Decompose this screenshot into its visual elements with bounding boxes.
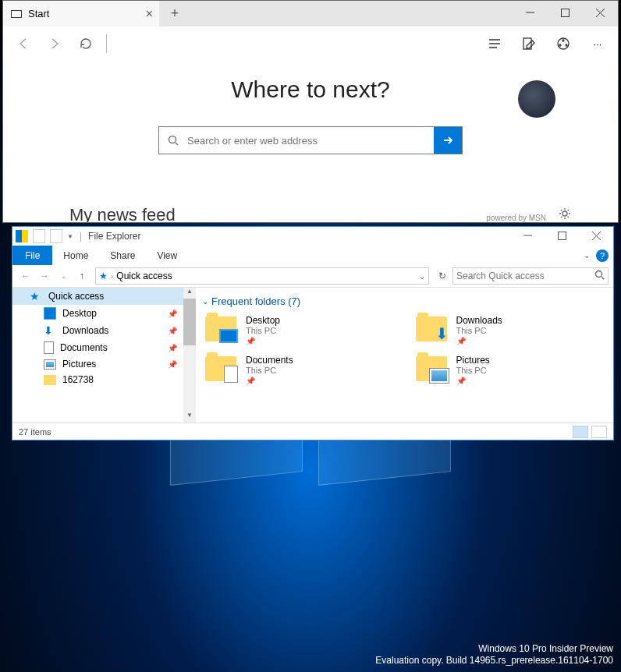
folder-name: Downloads: [456, 315, 502, 326]
folder-icon: [204, 315, 238, 343]
svg-rect-1: [562, 9, 570, 16]
breadcrumb-chevron-icon[interactable]: ›: [111, 272, 113, 281]
fe-maximize-button[interactable]: [545, 227, 579, 244]
folder-item-downloads[interactable]: ⬇ Downloads This PC 📌: [413, 313, 608, 347]
ribbon-view-tab[interactable]: View: [146, 250, 188, 261]
forward-button[interactable]: [41, 30, 69, 58]
nav-quick-access[interactable]: ★ Quick access: [12, 288, 196, 305]
fe-window-title: File Explorer: [88, 231, 140, 242]
watermark-line2: Evaluation copy. Build 14965.rs_prerelea…: [375, 655, 613, 667]
start-page-icon: [11, 10, 22, 18]
close-window-button[interactable]: [583, 1, 618, 24]
folder-item-desktop[interactable]: Desktop This PC 📌: [202, 313, 397, 347]
qat-properties-icon[interactable]: [33, 229, 45, 243]
folder-name: Pictures: [456, 355, 490, 366]
nav-scrollbar[interactable]: ▲ ▼: [183, 288, 196, 423]
title-separator: |: [80, 231, 82, 242]
fe-body: ★ Quick access Desktop 📌 ⬇ Downloads 📌 D…: [12, 287, 613, 423]
fe-system-icon[interactable]: [16, 230, 28, 242]
documents-icon: [44, 341, 54, 354]
section-title: Frequent folders (7): [211, 295, 300, 307]
frequent-folders-header[interactable]: ⌄ Frequent folders (7): [202, 295, 607, 307]
details-view-button[interactable]: [573, 426, 588, 438]
search-icon[interactable]: [594, 270, 605, 282]
nav-label: Quick access: [48, 291, 104, 302]
hub-button[interactable]: [481, 30, 509, 58]
search-go-button[interactable]: [434, 127, 462, 154]
pin-icon: 📌: [168, 327, 177, 335]
nav-label: Downloads: [62, 325, 108, 336]
content-pane: ⌄ Frequent folders (7) Desktop This PC 📌…: [196, 288, 613, 423]
file-explorer-window: ▼ | File Explorer File Home Share View ⌄…: [12, 226, 614, 440]
watermark-line1: Windows 10 Pro Insider Preview: [375, 643, 613, 656]
folder-item-pictures[interactable]: Pictures This PC 📌: [413, 353, 608, 387]
nav-pictures[interactable]: Pictures 📌: [12, 356, 196, 372]
nav-folder-162738[interactable]: 162738: [12, 372, 196, 387]
status-bar: 27 items: [12, 423, 613, 440]
fe-search-box: [452, 267, 609, 285]
nav-documents[interactable]: Documents 📌: [12, 339, 196, 356]
scroll-up-arrow-icon[interactable]: ▲: [183, 288, 196, 299]
fe-close-button[interactable]: [579, 227, 613, 244]
search-input[interactable]: [187, 127, 434, 154]
fe-ribbon: File Home Share View ⌄ ?: [12, 246, 613, 265]
fe-minimize-button[interactable]: [510, 227, 545, 244]
folder-location: This PC: [456, 366, 490, 375]
help-icon[interactable]: ?: [596, 249, 609, 262]
back-button[interactable]: [9, 30, 37, 58]
ribbon-collapse-icon[interactable]: ⌄: [584, 251, 590, 260]
maximize-button[interactable]: [548, 1, 583, 24]
addr-up-button[interactable]: ↑: [73, 267, 90, 285]
addr-refresh-button[interactable]: ↻: [434, 271, 451, 281]
minimize-button[interactable]: [513, 1, 548, 24]
edge-window: Start × + ··· Where to next? My news fee…: [2, 0, 619, 223]
fe-search-input[interactable]: [456, 271, 594, 281]
quick-access-star-icon: ★: [99, 271, 108, 281]
folder-item-documents[interactable]: Documents This PC 📌: [202, 353, 397, 387]
notes-button[interactable]: [515, 30, 543, 58]
powered-by-msn: powered by MSN: [486, 214, 546, 222]
address-text[interactable]: Quick access: [116, 271, 172, 281]
fe-titlebar[interactable]: ▼ | File Explorer: [12, 227, 613, 246]
address-bar[interactable]: ★ › Quick access ⌄: [95, 267, 429, 285]
collapse-caret-icon: ⌄: [202, 297, 208, 306]
addr-forward-button[interactable]: →: [36, 267, 53, 285]
svg-rect-16: [558, 232, 566, 239]
scroll-thumb[interactable]: [183, 299, 196, 345]
folder-icon: [44, 375, 56, 385]
navigation-pane: ★ Quick access Desktop 📌 ⬇ Downloads 📌 D…: [12, 288, 196, 423]
svg-point-9: [559, 44, 561, 46]
edge-content: Where to next? My news feed powered by M…: [3, 61, 618, 222]
refresh-button[interactable]: [72, 30, 100, 58]
nav-label: 162738: [62, 374, 94, 385]
folder-location: This PC: [246, 326, 280, 335]
svg-point-19: [596, 271, 602, 278]
ribbon-file-tab[interactable]: File: [12, 246, 52, 265]
svg-line-20: [601, 277, 604, 279]
more-button[interactable]: ···: [584, 30, 612, 58]
ribbon-home-tab[interactable]: Home: [52, 250, 99, 261]
folder-name: Desktop: [246, 315, 280, 326]
close-tab-icon[interactable]: ×: [146, 7, 153, 21]
edge-tab-start[interactable]: Start ×: [3, 1, 159, 27]
edge-window-controls: [513, 1, 618, 24]
fe-address-row: ← → ⌄ ↑ ★ › Quick access ⌄ ↻: [12, 265, 613, 287]
new-tab-button[interactable]: +: [159, 1, 190, 27]
large-icons-view-button[interactable]: [591, 426, 607, 438]
nav-downloads[interactable]: ⬇ Downloads 📌: [12, 322, 196, 339]
svg-line-13: [176, 143, 178, 145]
qat-newfolder-icon[interactable]: [50, 229, 62, 243]
news-settings-icon[interactable]: [559, 207, 571, 222]
qat-dropdown-icon[interactable]: ▼: [67, 233, 73, 240]
ribbon-share-tab[interactable]: Share: [99, 250, 146, 261]
address-dropdown-icon[interactable]: ⌄: [419, 272, 425, 281]
scroll-down-arrow-icon[interactable]: ▼: [183, 412, 196, 423]
user-avatar[interactable]: [518, 80, 555, 118]
addr-recent-dropdown[interactable]: ⌄: [55, 267, 72, 285]
desktop-icon: [44, 307, 56, 320]
folder-icon: ⬇: [414, 315, 449, 343]
share-button[interactable]: [549, 30, 577, 58]
nav-label: Pictures: [62, 359, 96, 370]
nav-desktop[interactable]: Desktop 📌: [12, 305, 196, 322]
addr-back-button[interactable]: ←: [17, 267, 34, 285]
